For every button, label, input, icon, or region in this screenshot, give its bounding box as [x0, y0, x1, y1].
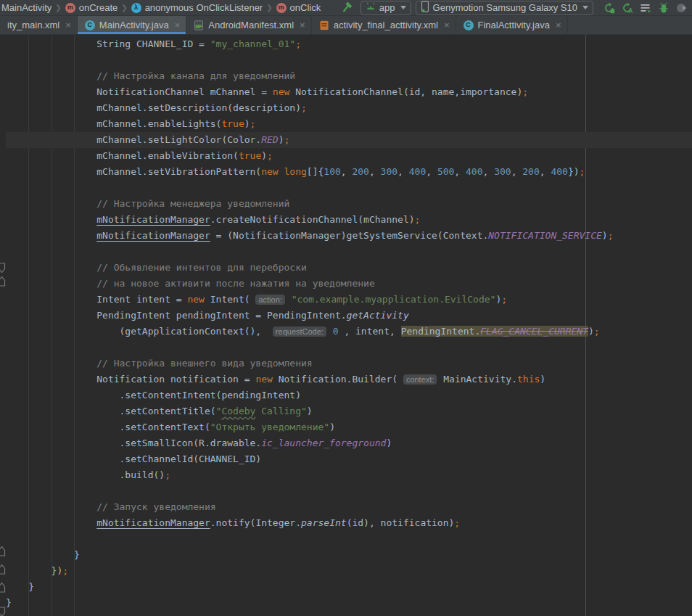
code-line[interactable]: // Настройка менеджера уведомлений	[6, 196, 692, 212]
code-line[interactable]: // Настройка внешнего вида уведомления	[6, 356, 692, 371]
code-line[interactable]: // на новое активити после нажатия на ув…	[6, 276, 692, 292]
attach-debugger-icon[interactable]	[658, 2, 670, 14]
code-token: 0	[333, 326, 339, 337]
code-line[interactable]	[6, 180, 692, 196]
code-line[interactable]: mNotificationManager.createNotificationC…	[6, 212, 692, 228]
code-line[interactable]: .setSmallIcon(R.drawable.ic_launcher_for…	[6, 435, 692, 451]
breadcrumb-item[interactable]: λanonymous OnClickListener	[130, 2, 265, 13]
fold-marker-icon[interactable]	[0, 582, 6, 593]
build-hammer-icon[interactable]	[342, 1, 355, 15]
fold-marker-icon[interactable]	[0, 276, 6, 287]
editor-tab[interactable]: CFinalActtivity.java×	[456, 16, 568, 34]
code-line[interactable]: mChannel.enableVibration(true);	[6, 148, 692, 164]
code-line[interactable]: mChannel.setDescription(description);	[6, 100, 692, 116]
code-token: )	[279, 134, 284, 145]
fold-marker-icon[interactable]	[0, 263, 6, 274]
code-token: ;	[267, 150, 273, 161]
code-token: ;	[501, 294, 507, 305]
code-line[interactable]: // Обьявление интентов для переброски	[6, 260, 692, 276]
code-token: ,	[511, 166, 523, 177]
code-token: new	[187, 294, 204, 305]
code-token: 200	[522, 166, 539, 177]
code-line[interactable]: mChannel.setLightColor(Color.RED);	[6, 132, 692, 148]
code-line[interactable]: mNotificationManager = (NotificationMana…	[6, 228, 692, 244]
breadcrumb-item[interactable]: MainActivity	[0, 2, 53, 13]
editor-tab[interactable]: MFAndroidManifest.xml×	[186, 16, 311, 34]
tab-close-icon[interactable]: ×	[65, 20, 71, 30]
code-token: (id), notification)	[347, 517, 455, 528]
manifest-file-icon: MF	[194, 20, 204, 30]
code-token: long	[284, 166, 307, 177]
editor-tab[interactable]: activity_final_acttivity.xml×	[312, 16, 456, 34]
code-area: String CHANNEL_ID = "my_channel_01"; // …	[0, 35, 692, 611]
code-line[interactable]: .build();	[6, 467, 692, 483]
module-selector[interactable]: app	[361, 1, 411, 15]
code-token: = (NotificationManager)getSystemService(…	[210, 230, 489, 241]
tab-close-icon[interactable]: ×	[556, 20, 561, 30]
code-line[interactable]	[6, 340, 692, 356]
code-token: // Настройка канала для уведомлений	[6, 70, 295, 81]
parameter-hint: context:	[403, 374, 437, 385]
tab-close-icon[interactable]: ×	[175, 20, 181, 30]
breadcrumb-item[interactable]: monClick	[275, 2, 323, 13]
fold-marker-icon[interactable]	[0, 607, 6, 616]
tab-close-icon[interactable]: ×	[444, 20, 450, 30]
code-token: String CHANNEL_ID =	[6, 38, 210, 49]
apply-code-changes-icon[interactable]: A	[622, 2, 633, 14]
code-line[interactable]: // Запуск уведомления	[6, 499, 692, 515]
profile-icon[interactable]	[676, 2, 688, 14]
fold-marker-icon[interactable]	[0, 564, 6, 575]
code-line[interactable]: .setContentIntent(pendingIntent)	[6, 387, 692, 403]
code-token: mNotificationManager	[96, 517, 210, 528]
code-token: ,	[454, 166, 466, 177]
editor-tab[interactable]: ity_main.xml×	[0, 16, 78, 34]
code-line[interactable]	[6, 244, 692, 260]
code-line[interactable]: // Настройка канала для уведомлений	[6, 68, 692, 84]
code-token: "my_channel_01"	[210, 38, 295, 49]
code-line[interactable]: Notification notification = new Notifica…	[6, 371, 692, 387]
code-line[interactable]: (getApplicationContext(), requestCode: 0…	[6, 324, 692, 340]
code-line[interactable]: NotificationChannel mChannel = new Notif…	[6, 84, 692, 100]
code-line[interactable]: mNotificationManager.notify(Integer.pars…	[6, 515, 692, 531]
code-line[interactable]: String CHANNEL_ID = "my_channel_01";	[6, 36, 692, 52]
tab-close-icon[interactable]: ×	[300, 20, 305, 30]
editor-tab[interactable]: CMainActivity.java×	[78, 16, 186, 34]
code-line[interactable]: }	[6, 595, 692, 611]
code-line[interactable]	[6, 52, 692, 68]
java-class-icon: C	[464, 20, 474, 30]
breadcrumb-item[interactable]: monCreate	[64, 2, 119, 13]
code-line[interactable]: mChannel.setVibrationPattern(new long[]{…	[6, 164, 692, 180]
method-icon: m	[65, 3, 75, 13]
breadcrumb-item-label: MainActivity	[1, 2, 52, 13]
run-configurations-icon[interactable]	[640, 2, 651, 14]
code-line[interactable]: Intent intent = new Intent( action: "com…	[6, 292, 692, 308]
device-selector[interactable]: Genymotion Samsung Galaxy S10	[416, 1, 593, 15]
layout-xml-file-icon	[319, 20, 329, 30]
code-line[interactable]: }	[6, 547, 692, 563]
code-line[interactable]: mChannel.enableLights(true);	[6, 116, 692, 132]
code-line[interactable]: .setContentText("Открыть уведомление")	[6, 419, 692, 435]
code-token: .setContentTitle(	[6, 406, 216, 416]
code-line[interactable]: }	[6, 579, 692, 595]
code-token: mNotificationManager	[96, 214, 210, 225]
code-line[interactable]: .setChannelId(CHANNEL_ID)	[6, 451, 692, 467]
code-token: ;	[165, 469, 170, 480]
code-token: }	[6, 549, 80, 560]
code-token: Codeby	[221, 406, 255, 416]
code-token: MainActivity.	[437, 374, 517, 385]
fold-marker-icon[interactable]	[0, 546, 6, 557]
code-line[interactable]: });	[6, 563, 692, 579]
code-line[interactable]	[6, 483, 692, 499]
breadcrumb-separator: ❯	[119, 4, 129, 12]
code-line[interactable]: .setContentTitle("Codeby Calling")	[6, 403, 692, 419]
code-token: ;	[284, 134, 290, 145]
code-token: .setContentText(	[6, 422, 210, 432]
code-token	[286, 294, 292, 305]
code-token: ;	[580, 166, 585, 177]
code-line[interactable]	[6, 531, 692, 547]
code-line[interactable]: PendingIntent pendingIntent = PendingInt…	[6, 308, 692, 324]
code-token: // Запуск уведомления	[6, 501, 216, 512]
device-selector-label: Genymotion Samsung Galaxy S10	[433, 2, 577, 13]
apply-changes-icon[interactable]	[604, 2, 615, 14]
module-selector-label: app	[379, 2, 395, 13]
